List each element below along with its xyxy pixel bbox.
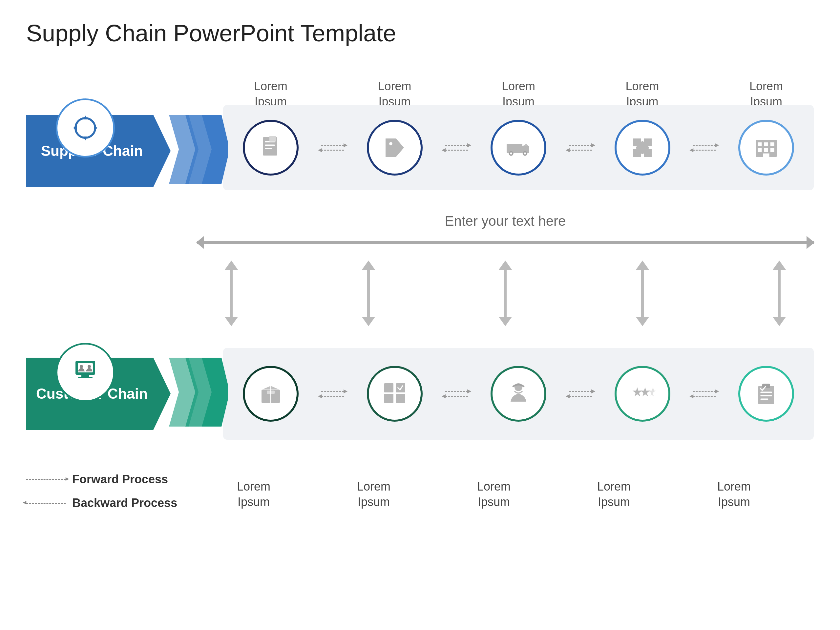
- supplier-circle-1: [243, 120, 298, 175]
- v-arrow-1: [225, 261, 238, 326]
- verified-icon: [382, 381, 408, 407]
- v-down-4: [636, 317, 649, 326]
- customer-circle-3: [491, 366, 546, 422]
- customer-chevron-icon: [169, 358, 228, 426]
- horizontal-arrow-container: Enter your text here: [197, 213, 814, 251]
- legend-section: Forward Process Backward Process: [26, 472, 177, 510]
- bottom-label-5: LoremIpsum: [717, 479, 751, 510]
- backward-line: [26, 498, 66, 508]
- box-icon: [257, 381, 284, 407]
- supplier-section: LoremIpsum LoremIpsum LoremIpsum LoremIp…: [26, 79, 814, 190]
- bottom-label-4: LoremIpsum: [597, 479, 631, 510]
- customer-icon-circle: [56, 343, 115, 402]
- v-body-2: [367, 270, 370, 317]
- svg-rect-3: [265, 148, 272, 149]
- cconn-34: ▶ ◀: [567, 391, 594, 397]
- svg-point-8: [510, 152, 512, 154]
- svg-rect-12: [758, 142, 761, 146]
- v-up-2: [362, 261, 375, 270]
- v-arrow-2: [362, 261, 375, 326]
- v-body-1: [230, 270, 233, 317]
- svg-point-10: [524, 152, 526, 154]
- cconn-23: ▶ ◀: [443, 391, 469, 397]
- truck-icon: [505, 134, 532, 161]
- svg-rect-42: [760, 398, 768, 399]
- bottom-label-2: LoremIpsum: [357, 479, 390, 510]
- svg-point-5: [389, 142, 392, 145]
- v-up-4: [636, 261, 649, 270]
- svg-rect-16: [764, 148, 768, 152]
- svg-rect-31: [396, 394, 405, 403]
- backward-process-label: Backward Process: [72, 496, 177, 510]
- h-arrow: [197, 234, 814, 251]
- customer-circle-4: [614, 366, 670, 422]
- conn-45: ▶ ◀: [691, 145, 717, 151]
- svg-marker-37: [648, 387, 655, 396]
- recycle-icon: [69, 112, 102, 144]
- supplier-step-1: [243, 120, 298, 175]
- v-up-3: [499, 261, 512, 270]
- worker-icon: [505, 381, 532, 407]
- puzzle-icon: [629, 134, 655, 161]
- conn-12: ▶ ◀: [320, 145, 346, 151]
- svg-rect-40: [760, 392, 772, 393]
- bottom-labels-row: LoremIpsum LoremIpsum LoremIpsum LoremIp…: [174, 479, 814, 510]
- svg-point-48: [88, 365, 91, 368]
- backward-dashed-line: [26, 503, 66, 504]
- customer-circles: ▶ ◀: [243, 366, 794, 422]
- svg-rect-14: [771, 142, 774, 146]
- svg-rect-2: [265, 144, 275, 146]
- svg-marker-36: [640, 387, 650, 396]
- svg-rect-4: [269, 136, 276, 142]
- v-down-5: [773, 317, 786, 326]
- svg-rect-32: [384, 383, 393, 392]
- tag-icon: [382, 134, 408, 161]
- cconn-12: ▶ ◀: [320, 391, 346, 397]
- left-arrowhead: [196, 236, 204, 249]
- h-arrow-line: [197, 241, 814, 244]
- customer-chevrons: [169, 358, 228, 426]
- v-up-5: [773, 261, 786, 270]
- svg-rect-17: [771, 148, 774, 152]
- forward-dashed-line: [26, 479, 66, 480]
- v-down-3: [499, 317, 512, 326]
- customer-circle-2: [367, 366, 423, 422]
- middle-section: Enter your text here: [197, 210, 814, 328]
- enter-text-label: Enter your text here: [197, 213, 814, 229]
- vertical-arrows-row: [197, 261, 814, 326]
- customer-circle-5: [738, 366, 794, 422]
- right-arrowhead: [807, 236, 815, 249]
- conn-23: ▶ ◀: [443, 145, 469, 151]
- v-body-4: [641, 270, 644, 317]
- chevron-arrows-icon: [169, 115, 228, 184]
- customer-circle-1: [243, 366, 298, 422]
- customer-chain-row: ▶ ◀: [223, 348, 814, 440]
- bottom-label-3: LoremIpsum: [477, 479, 510, 510]
- v-up-1: [225, 261, 238, 270]
- building-icon: [753, 134, 779, 161]
- supplier-icon-circle: [56, 98, 115, 158]
- svg-rect-46: [78, 377, 93, 378]
- customer-icon: [69, 356, 102, 389]
- stars-icon: [629, 381, 655, 407]
- svg-rect-13: [764, 142, 768, 146]
- supplier-circle-4: [614, 120, 670, 175]
- svg-rect-18: [763, 153, 769, 157]
- document-icon: [257, 134, 284, 161]
- svg-rect-39: [762, 384, 770, 388]
- v-arrow-4: [636, 261, 649, 326]
- customer-section: ▶ ◀: [26, 338, 814, 450]
- forward-line: [26, 474, 66, 484]
- svg-marker-35: [632, 387, 642, 396]
- legend-forward: Forward Process: [26, 472, 177, 486]
- cconn-45: ▶ ◀: [691, 391, 717, 397]
- svg-rect-30: [384, 394, 393, 403]
- supplier-circles: ▶ ◀ ▶: [243, 120, 794, 175]
- supplier-chain-row: ▶ ◀ ▶: [223, 105, 814, 190]
- v-arrow-3: [499, 261, 512, 326]
- v-arrow-5: [773, 261, 786, 326]
- legend-backward: Backward Process: [26, 496, 177, 510]
- v-down-2: [362, 317, 375, 326]
- svg-rect-41: [760, 395, 772, 396]
- svg-rect-29: [267, 390, 275, 394]
